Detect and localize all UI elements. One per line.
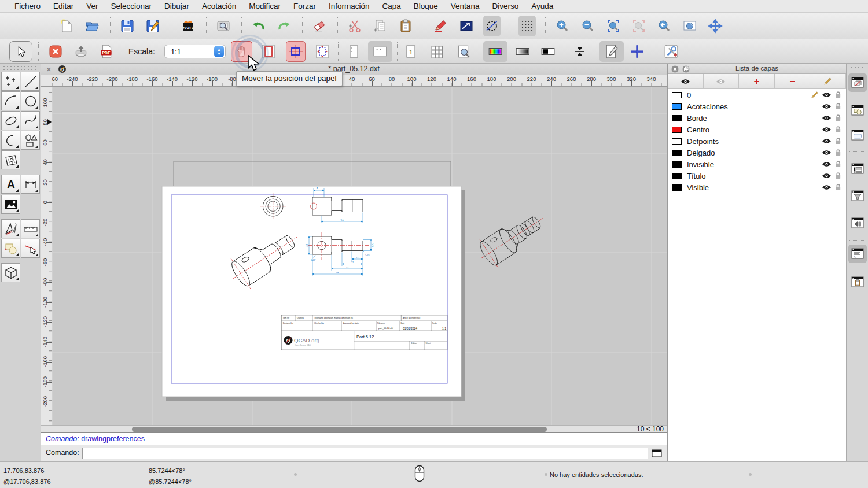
drawing-canvas[interactable]: 8 41 18 ⌀10 11 21 37 58 1x45° — [52, 87, 667, 425]
layer-color-swatch[interactable] — [672, 127, 682, 133]
layer-color-swatch[interactable] — [672, 103, 682, 110]
solid-tools-button[interactable] — [1, 263, 20, 282]
view-list-toggle-button[interactable] — [848, 126, 867, 145]
save-as-button[interactable] — [144, 16, 161, 36]
construction-mode-button[interactable] — [483, 16, 501, 36]
cut-button[interactable] — [346, 16, 363, 36]
stepper-icon[interactable]: ▲▼ — [214, 46, 224, 57]
layer-row-borde[interactable]: Borde — [668, 112, 846, 124]
zoom-to-page-button[interactable] — [453, 41, 474, 62]
zoom-out-button[interactable] — [579, 16, 597, 36]
horizontal-scrollbar[interactable]: 10 < 100 — [41, 425, 667, 432]
layer-color-swatch[interactable] — [672, 92, 682, 98]
pattern-viewer-toggle-button[interactable] — [848, 214, 867, 232]
lock-icon[interactable] — [835, 160, 841, 168]
auto-zoom-button[interactable] — [707, 16, 724, 36]
panel-close-icon[interactable] — [671, 65, 679, 73]
edit-layer-button[interactable] — [810, 74, 846, 88]
hide-all-layers-button[interactable] — [704, 74, 740, 88]
eye-icon[interactable] — [822, 149, 832, 156]
layer-row-centro[interactable]: Centro — [668, 124, 846, 135]
layer-color-swatch[interactable] — [672, 150, 682, 156]
print-button[interactable] — [71, 41, 91, 62]
lock-icon[interactable] — [835, 114, 841, 122]
layer-color-swatch[interactable] — [672, 115, 682, 121]
distance-tool-button[interactable] — [458, 16, 475, 36]
close-preview-button[interactable] — [46, 41, 65, 62]
eye-icon[interactable] — [822, 172, 832, 179]
layer-row-defpoints[interactable]: Defpoints — [668, 135, 846, 147]
eye-icon[interactable] — [822, 91, 832, 98]
menu-item-bloque[interactable]: Bloque — [407, 0, 444, 13]
scrollbar-thumb[interactable] — [132, 427, 547, 432]
command-input[interactable] — [82, 448, 648, 459]
menu-item-ver[interactable]: Ver — [80, 0, 104, 13]
zoom-in-button[interactable] — [554, 16, 571, 36]
command-line-toggle-button[interactable]: >_ — [848, 245, 867, 263]
lock-icon[interactable] — [835, 183, 841, 191]
menu-item-forzar[interactable]: Forzar — [287, 0, 322, 13]
measure-tool-button[interactable] — [21, 219, 40, 238]
lock-icon[interactable] — [835, 137, 841, 145]
open-file-button[interactable] — [83, 16, 101, 36]
show-all-layers-button[interactable] — [668, 74, 704, 88]
menu-item-información[interactable]: Información — [322, 0, 376, 13]
lock-icon[interactable] — [835, 102, 841, 110]
eraser-button[interactable] — [311, 16, 328, 36]
scale-combobox[interactable]: 1:1 ▲▼ — [164, 45, 226, 58]
auto-fit-paper-button[interactable] — [312, 41, 332, 62]
single-page-button[interactable]: 1 — [402, 41, 420, 62]
layer-row-invisible[interactable]: Invisible — [668, 158, 846, 170]
new-file-button[interactable] — [58, 16, 75, 36]
eye-icon[interactable] — [822, 114, 832, 121]
menu-item-acotación[interactable]: Acotación — [196, 0, 242, 13]
zoom-pan-window-button[interactable] — [681, 16, 698, 36]
selection-filter-toggle-button[interactable] — [848, 187, 867, 205]
menu-item-fichero[interactable]: Fichero — [8, 0, 47, 13]
text-tool-button[interactable]: A — [1, 175, 20, 194]
lock-icon[interactable] — [835, 149, 841, 157]
add-layer-button[interactable]: + — [739, 74, 775, 88]
layer-color-swatch[interactable] — [672, 138, 682, 145]
drawing-preferences-button[interactable] — [599, 41, 624, 62]
menu-item-capa[interactable]: Capa — [376, 0, 407, 13]
lock-icon[interactable] — [835, 172, 841, 180]
block-list-toggle-button[interactable] — [848, 101, 867, 120]
full-color-button[interactable] — [483, 41, 507, 62]
draft-tools-button[interactable] — [1, 219, 20, 238]
clipboard-panel-toggle-button[interactable] — [848, 273, 867, 291]
eye-icon[interactable] — [822, 126, 832, 133]
shape-tool-button[interactable] — [21, 131, 40, 150]
layer-row-delgado[interactable]: Delgado — [668, 147, 846, 158]
eye-icon[interactable] — [822, 161, 832, 168]
menu-item-editar[interactable]: Editar — [47, 0, 80, 13]
save-button[interactable] — [119, 16, 136, 36]
hatch-tool-button[interactable] — [1, 150, 20, 169]
lock-icon[interactable] — [835, 125, 841, 134]
layer-row-visible[interactable]: Visible — [668, 182, 846, 193]
eye-icon[interactable] — [822, 103, 832, 110]
command-options-button[interactable] — [650, 448, 664, 459]
copy-button[interactable] — [372, 16, 389, 36]
layer-row-0[interactable]: 0 — [668, 89, 846, 101]
circle-tool-button[interactable] — [21, 91, 40, 110]
menu-item-dibujar[interactable]: Dibujar — [158, 0, 196, 13]
dimension-tool-button[interactable] — [21, 175, 40, 194]
point-tool-button[interactable] — [1, 72, 20, 91]
layer-color-swatch[interactable] — [672, 173, 682, 179]
menu-item-seleccionar[interactable]: Seleccionar — [105, 0, 159, 13]
pdf-export-button[interactable]: PDF — [96, 41, 117, 62]
remove-layer-button[interactable]: − — [775, 74, 811, 88]
property-editor-toggle-button[interactable] — [848, 160, 867, 178]
image-tool-button[interactable] — [1, 195, 20, 214]
block-tool-button[interactable] — [1, 239, 20, 258]
multi-page-button[interactable] — [427, 41, 447, 62]
line-tool-button[interactable] — [21, 72, 40, 91]
layer-row-acotaciones[interactable]: Acotaciones — [668, 101, 846, 112]
panel-detach-icon[interactable] — [682, 65, 690, 73]
svg-export-button[interactable]: SVG — [179, 16, 197, 36]
print-preview-button[interactable] — [215, 16, 232, 36]
menu-item-ayuda[interactable]: Ayuda — [525, 0, 560, 13]
zoom-selection-button[interactable] — [630, 16, 648, 36]
redo-button[interactable] — [275, 16, 293, 36]
